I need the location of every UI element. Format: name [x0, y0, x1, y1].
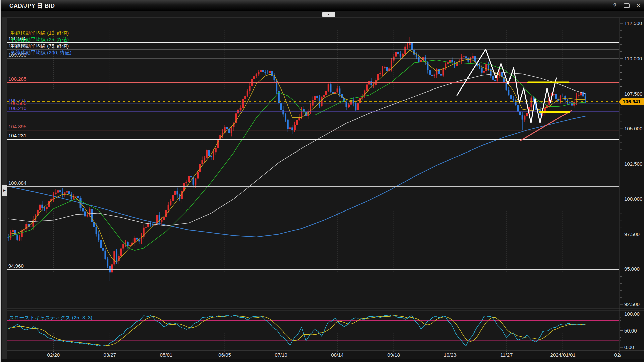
candle-body — [206, 150, 208, 157]
candle-body — [172, 195, 174, 201]
candle-body — [328, 84, 329, 91]
candle-body — [291, 127, 293, 130]
candle-body — [508, 90, 509, 95]
candle-body — [560, 96, 561, 101]
candle-body — [391, 61, 392, 69]
candle-body — [285, 114, 286, 119]
title-bar[interactable]: CAD/JPY 日 BID ? ✕ — [1, 0, 644, 11]
candle-body — [204, 158, 205, 160]
top-toolbar-strip: ▼ — [2, 11, 644, 18]
level-label: 104.231 — [8, 133, 26, 138]
candle-body — [553, 94, 555, 95]
collapse-panel-button[interactable]: ▼ — [322, 12, 335, 17]
candle-body — [237, 110, 239, 113]
ma-legend: 単純移動平均線 (10, 終値) 単純移動平均線 (25, 終値) 単純移動平均… — [10, 29, 72, 56]
candle-body — [104, 251, 106, 259]
candle-body — [188, 176, 190, 182]
candle-body — [25, 224, 27, 229]
candle-body — [397, 52, 399, 54]
stochastics-label[interactable]: スローストキャスティクス (25, 3, 3) — [9, 315, 92, 321]
candle-body — [161, 220, 162, 222]
maximize-icon[interactable] — [624, 3, 630, 8]
candle-body — [168, 205, 169, 210]
candle-body — [77, 196, 79, 198]
candle-body — [276, 80, 277, 90]
legend-ma25[interactable]: 単純移動平均線 (25, 終値) — [10, 36, 72, 43]
candle-body — [91, 209, 93, 222]
candle-body — [170, 201, 171, 205]
candle-body — [265, 72, 266, 73]
candle-body — [258, 72, 259, 74]
candle-body — [411, 42, 413, 50]
candle-body — [485, 64, 487, 71]
close-button[interactable]: ✕ — [636, 2, 641, 9]
candle-body — [287, 120, 289, 129]
candle-body — [407, 45, 408, 46]
candle-body — [66, 191, 68, 192]
level-label: 108.285 — [8, 76, 26, 82]
stoch-plot-background — [7, 311, 619, 350]
candle-body — [208, 150, 210, 156]
candle-body — [12, 230, 14, 232]
candle-body — [210, 156, 212, 157]
candle-body — [16, 235, 18, 240]
candle-body — [256, 74, 257, 76]
level-label: 100.884 — [8, 180, 26, 186]
bottom-edge-strip — [1, 359, 644, 362]
candle-body — [8, 237, 9, 238]
candle-body — [82, 208, 84, 212]
legend-ma75[interactable]: 単純移動平均線 (75, 終値) — [10, 43, 72, 49]
candle-body — [440, 74, 442, 76]
candle-body — [582, 92, 584, 96]
candle-body — [526, 113, 528, 116]
candle-body — [59, 190, 61, 192]
legend-ma200[interactable]: 単純移動平均線 (200, 終値) — [10, 49, 72, 56]
level-label: 106.210 — [8, 105, 26, 111]
candle-body — [325, 91, 327, 95]
candle-body — [55, 193, 57, 194]
price-axis-scale[interactable] — [620, 17, 644, 351]
expand-sidebar-button[interactable]: ▶ — [2, 185, 7, 196]
candle-body — [510, 95, 512, 99]
candle-body — [513, 99, 514, 100]
candle-body — [145, 227, 147, 227]
chart-canvas[interactable]: 111.164110.663109.990108.285106.776106.5… — [1, 0, 644, 362]
candle-body — [386, 67, 388, 71]
candle-body — [555, 94, 557, 99]
candle-body — [578, 95, 580, 96]
candle-body — [57, 190, 59, 193]
level-label: 104.895 — [8, 124, 26, 129]
candle-body — [102, 248, 104, 251]
help-button[interactable]: ? — [613, 3, 617, 9]
candle-body — [195, 179, 196, 185]
candle-body — [120, 248, 122, 256]
main-plot-background — [7, 17, 619, 309]
candle-body — [463, 56, 465, 57]
candle-body — [242, 99, 244, 108]
candle-body — [366, 84, 368, 90]
candle-body — [240, 108, 241, 109]
candle-body — [418, 57, 420, 62]
candle-body — [87, 215, 88, 216]
candle-body — [100, 240, 102, 248]
candle-body — [289, 127, 291, 129]
candle-body — [111, 264, 113, 272]
candle-body — [271, 71, 273, 76]
candle-body — [201, 160, 203, 164]
candle-body — [429, 70, 431, 75]
candle-body — [190, 176, 192, 177]
legend-ma10[interactable]: 単純移動平均線 (10, 終値) — [10, 29, 72, 36]
candle-body — [185, 182, 187, 183]
candle-body — [569, 102, 571, 103]
candle-body — [296, 120, 298, 125]
candle-body — [174, 191, 176, 195]
candle-body — [44, 208, 45, 209]
candle-body — [136, 238, 138, 240]
candle-body — [316, 96, 318, 98]
candle-body — [226, 127, 228, 129]
candle-body — [531, 98, 532, 107]
left-side-strip: ▶ — [2, 17, 7, 359]
candle-body — [39, 205, 41, 210]
candle-body — [129, 245, 131, 246]
candle-body — [197, 172, 199, 178]
